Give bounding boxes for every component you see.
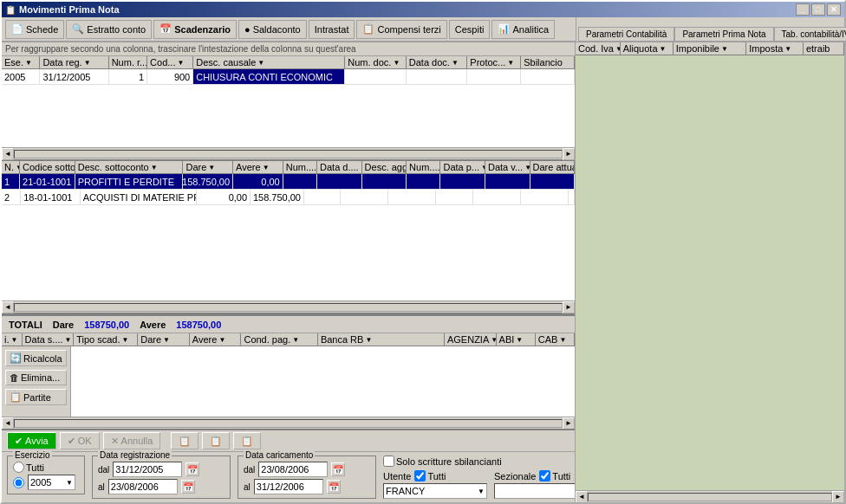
tutti-radio-label[interactable]: Tutti [13, 462, 44, 473]
scad-col-avere[interactable]: Avere ▼ [190, 333, 242, 346]
pn-col-data[interactable]: Data reg. ▼ [40, 56, 108, 68]
utente-dropdown[interactable]: FRANCY ▼ [383, 483, 487, 499]
sc-col-n[interactable]: N. ▼ [2, 161, 20, 173]
pn-col-num[interactable]: Num. r... ▼ [109, 56, 147, 68]
ricalcola-button[interactable]: 🔄 Ricalcola [5, 350, 67, 366]
minimize-btn[interactable]: _ [796, 3, 810, 16]
ok-button[interactable]: ✔ OK [60, 432, 100, 449]
scad-scrollbar[interactable]: ◄ ► [2, 417, 575, 429]
close-btn[interactable]: ✕ [827, 3, 841, 16]
iva-col-aliq[interactable]: Aliquota ▼ [621, 42, 674, 55]
pn-col-proto[interactable]: Protoc... ▼ [467, 56, 521, 68]
iva-scrollbar[interactable]: ◄ ► [576, 490, 844, 502]
tutti3-label[interactable]: Tutti [539, 470, 570, 481]
scad-col-tipo[interactable]: Tipo scad. ▼ [74, 333, 138, 346]
sc-scroll-left[interactable]: ◄ [2, 301, 14, 313]
scroll-left[interactable]: ◄ [2, 148, 14, 160]
sc-col-datad[interactable]: Data d.... ▼ [317, 161, 362, 173]
pn-col-datadoc[interactable]: Data doc. ▼ [407, 56, 468, 68]
saldaconto-button[interactable]: ● Saldaconto [238, 20, 307, 39]
pn-col-cod[interactable]: Cod... ▼ [147, 56, 193, 68]
tutti-radio[interactable] [13, 462, 24, 473]
scad-col-data[interactable]: Data s.... ▼ [23, 333, 75, 346]
sc-col-datap[interactable]: Data p... ▼ [440, 161, 485, 173]
paste-button[interactable]: 📋 [202, 432, 230, 449]
scad-col-agenzia[interactable]: AGENZIA ▼ [445, 333, 497, 346]
cespiti-button[interactable]: Cespiti [449, 20, 491, 39]
partite-button[interactable]: 📋 Partite [5, 389, 67, 405]
sc-row-2[interactable]: 2 18-01-1001 ACQUISTI DI MATERIE PRIME 0… [2, 190, 575, 205]
sc-col-dare[interactable]: Dare ▼ [183, 161, 233, 173]
iva-scroll-right[interactable]: ► [832, 491, 844, 503]
anno-radio[interactable] [13, 477, 24, 488]
sc-scroll-right[interactable]: ► [563, 301, 575, 313]
sc-scroll-track[interactable] [14, 303, 563, 312]
scroll-right[interactable]: ► [563, 148, 575, 160]
sezionale-dropdown[interactable]: ▼ [494, 483, 576, 499]
scad-scroll-right[interactable]: ► [563, 417, 575, 430]
car-al-cal-btn[interactable]: 📅 [327, 480, 341, 494]
pn-scrollbar[interactable]: ◄ ► [2, 147, 575, 159]
iva-col-imp2[interactable]: Imposta ▼ [746, 42, 804, 55]
car-al-input[interactable] [254, 479, 323, 494]
scad-col-cab[interactable]: CAB ▼ [536, 333, 575, 346]
elimina-button[interactable]: 🗑 Elimina... [5, 370, 67, 385]
analitica-button[interactable]: 📊 Analitica [491, 20, 555, 39]
sc-col-descagg[interactable]: Desc. agg. ▼ [362, 161, 407, 173]
iva-col-etr[interactable]: etraib [804, 42, 844, 55]
scadenzario-button[interactable]: 📅 Scadenzario [153, 20, 237, 39]
dal-input[interactable] [113, 462, 182, 477]
sc-col-desc[interactable]: Desc. sottoconto ▼ [75, 161, 184, 173]
pn-col-desc[interactable]: Desc. causale ▼ [193, 56, 345, 68]
tab-parametri-contab[interactable]: Parametri Contabilità [578, 27, 674, 42]
sc-col-dare2[interactable]: Dare attua [530, 161, 576, 173]
scad-col-dare[interactable]: Dare ▼ [138, 333, 190, 346]
scad-col-banca[interactable]: Banca RB ▼ [318, 333, 445, 346]
sc-col-num2[interactable]: Num.... ▼ [407, 161, 440, 173]
sc-row-1[interactable]: 1 21-01-1001 PROFITTI E PERDITE 158.750,… [2, 174, 575, 190]
iva-col-imp[interactable]: Imponibile ▼ [674, 42, 746, 55]
move-button[interactable]: 📋 [233, 432, 261, 449]
iva-col-cod[interactable]: Cod. Iva ▼ [576, 42, 621, 55]
pn-row[interactable]: 2005 31/12/2005 1 900 CHIUSURA CONTI ECO… [2, 69, 575, 85]
maximize-btn[interactable]: □ [811, 3, 825, 16]
tab-contab-iva[interactable]: Tab. contabilità/IVA [774, 27, 846, 42]
tutti2-checkbox[interactable] [414, 470, 426, 481]
car-dal-input[interactable] [258, 462, 328, 477]
car-dal-cal-btn[interactable]: 📅 [331, 462, 345, 476]
iva-scroll-track[interactable] [588, 493, 832, 501]
scad-scroll-track[interactable] [14, 419, 563, 428]
pn-col-ese[interactable]: Ese. ▼ [2, 56, 40, 68]
tab-parametri-pn[interactable]: Parametri Prima Nota [674, 27, 773, 42]
copy-button[interactable]: 📋 [171, 432, 198, 449]
scad-scroll-left[interactable]: ◄ [2, 417, 14, 430]
anno-radio-label[interactable] [13, 477, 24, 488]
sc-col-datav[interactable]: Data v... ▼ [485, 161, 530, 173]
anno-dropdown[interactable]: 2005 ▼ [28, 475, 75, 490]
al-input[interactable] [108, 479, 178, 494]
scad-col-i[interactable]: i. ▼ [2, 333, 23, 346]
sc-scrollbar[interactable]: ◄ ► [2, 300, 575, 313]
annulla-button[interactable]: ✕ Annulla [103, 432, 161, 449]
estratto-button[interactable]: 🔍 Estratto conto [66, 20, 152, 39]
solo-sbil-checkbox[interactable] [383, 456, 394, 467]
sc-col-num[interactable]: Num.... ▼ [283, 161, 317, 173]
scad-col-abi[interactable]: ABI ▼ [497, 333, 536, 346]
compensi-button[interactable]: 📋 Compensi terzi [356, 20, 446, 39]
scroll-track[interactable] [14, 150, 563, 158]
sc-col-code[interactable]: Codice sotto... ▼ [20, 161, 75, 173]
tutti3-checkbox[interactable] [539, 470, 550, 481]
window-controls[interactable]: _ □ ✕ [796, 3, 841, 16]
avvia-button[interactable]: ✔ Avvia [7, 432, 56, 449]
schede-button[interactable]: 📄 Schede [5, 20, 64, 39]
iva-scroll-left[interactable]: ◄ [576, 491, 588, 503]
tutti2-label[interactable]: Tutti [414, 470, 446, 481]
solo-sbil-label[interactable]: Solo scritture sbilancianti [383, 456, 576, 467]
al-cal-btn[interactable]: 📅 [181, 480, 195, 494]
intrastat-button[interactable]: Intrastat [309, 20, 355, 39]
pn-col-sbil[interactable]: Sbilancio [521, 56, 575, 68]
pn-col-numdoc[interactable]: Num. doc. ▼ [345, 56, 407, 68]
sc-col-avere[interactable]: Avere ▼ [233, 161, 283, 173]
dal-cal-btn[interactable]: 📅 [185, 462, 199, 476]
scad-col-cond[interactable]: Cond. pag. ▼ [241, 333, 317, 346]
